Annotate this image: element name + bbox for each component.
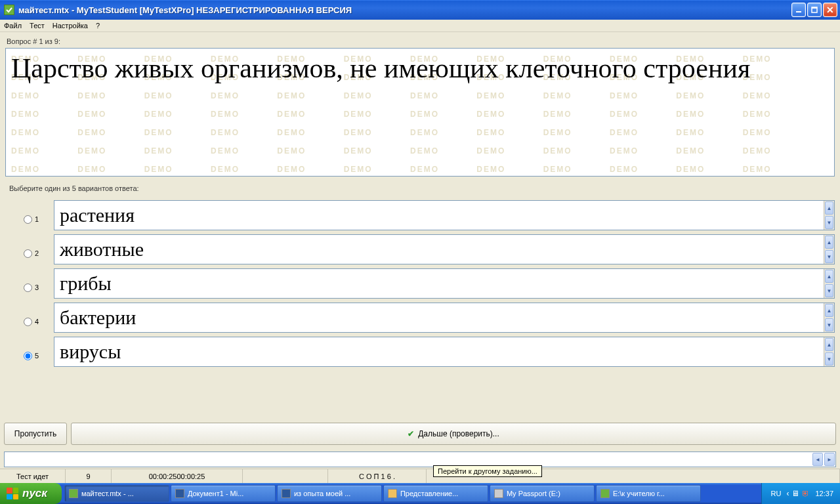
tray-lang[interactable]: RU (771, 490, 782, 497)
taskbar-item-icon (494, 489, 503, 498)
windows-logo-icon (7, 488, 18, 499)
answer-instruction: Выберите один из 5 вариантов ответа: (0, 180, 840, 199)
taskbar-item-label: из опыта моей ... (294, 490, 350, 497)
tray-icons: ‹ 🖥 ⛨ (786, 489, 810, 498)
scroll-up-icon[interactable]: ▲ (825, 236, 833, 249)
start-button[interactable]: пуск (0, 483, 62, 504)
next-button-label: Дальше (проверить)... (418, 429, 499, 438)
scroll-down-icon[interactable]: ▼ (825, 216, 833, 229)
taskbar-item-label: Представление... (400, 490, 458, 497)
answer-field[interactable]: животные ▲ ▼ (54, 234, 835, 264)
answer-text: животные (54, 235, 824, 264)
menu-bar: Файл Тест Настройка ? (0, 20, 840, 32)
start-label: пуск (22, 487, 47, 500)
taskbar-item[interactable]: Документ1 - Mi... (171, 485, 276, 502)
question-box: DEMO DEMO DEMO DEMO DEMO DEMO DEMO DEMO … (5, 48, 835, 177)
nav-row: Пропустить ✔ Дальше (проверить)... (0, 420, 840, 448)
taskbar-item-icon (282, 489, 291, 498)
answer-row: 5 вирусы ▲ ▼ (24, 337, 835, 367)
answer-number: 5 (35, 352, 39, 360)
scroll-down-icon[interactable]: ▼ (825, 352, 833, 366)
taskbar-item[interactable]: E:\к учителю г... (596, 485, 701, 502)
status-time: 00:00:2500:00:25 (112, 469, 243, 483)
scroll-up-icon[interactable]: ▲ (825, 304, 833, 317)
maximize-button[interactable] (807, 3, 822, 17)
answer-row: 1 растения ▲ ▼ (24, 200, 835, 230)
answer-radio[interactable] (24, 215, 32, 224)
answer-row: 2 животные ▲ ▼ (24, 234, 835, 264)
answer-number: 1 (35, 215, 39, 223)
question-text: Царство живых организмов, не имеющих кле… (6, 49, 834, 88)
answer-text: вирусы (54, 337, 824, 366)
menu-help[interactable]: ? (96, 22, 100, 30)
scroll-down-icon[interactable]: ▼ (825, 250, 833, 263)
answer-row: 3 грибы ▲ ▼ (24, 268, 835, 299)
question-counter: Вопрос # 1 из 9: (0, 32, 840, 47)
tray-shield-icon[interactable]: ⛨ (802, 489, 810, 498)
answer-number: 3 (35, 284, 39, 291)
tray-arrow-icon[interactable]: ‹ (786, 489, 789, 498)
answer-text: бактерии (54, 303, 824, 332)
taskbar-item[interactable]: My Passport (E:) (490, 485, 595, 502)
tray-clock[interactable]: 12:37 (815, 490, 833, 497)
scroll-left-icon[interactable]: ◄ (812, 453, 823, 466)
svg-rect-2 (812, 7, 817, 9)
status-letters: С О П 1 6 . (328, 469, 427, 483)
scroll-right-icon[interactable]: ► (824, 453, 835, 466)
menu-file[interactable]: Файл (4, 22, 22, 30)
app-icon (4, 5, 14, 15)
answer-field[interactable]: бактерии ▲ ▼ (54, 303, 835, 333)
menu-test[interactable]: Тест (30, 22, 45, 30)
answer-field[interactable]: грибы ▲ ▼ (54, 268, 835, 299)
taskbar-item[interactable]: из опыта моей ... (277, 485, 382, 502)
status-bar: Тест идет 9 00:00:2500:00:25 С О П 1 6 .… (0, 469, 840, 483)
scroll-down-icon[interactable]: ▼ (825, 318, 833, 331)
tray-monitor-icon[interactable]: 🖥 (791, 489, 799, 498)
taskbar-item-icon (600, 489, 610, 498)
taskbar-item-label: Документ1 - Mi... (188, 490, 243, 497)
answer-radio[interactable] (24, 249, 32, 258)
taskbar-item-icon (388, 489, 397, 498)
status-count: 9 (66, 469, 112, 483)
svg-rect-0 (796, 11, 801, 12)
answer-number: 2 (35, 249, 39, 257)
skip-button-label: Пропустить (14, 429, 56, 438)
taskbar-item[interactable]: майтест.mtx - ... (64, 485, 169, 502)
window-title: майтест.mtx - MyTestStudent [MyTestXPro]… (18, 5, 791, 15)
minimize-button[interactable] (791, 3, 806, 17)
scroll-up-icon[interactable]: ▲ (825, 338, 833, 351)
close-button[interactable]: ✕ (823, 3, 837, 17)
answer-row: 4 бактерии ▲ ▼ (24, 303, 835, 333)
window-titlebar: майтест.mtx - MyTestStudent [MyTestXPro]… (0, 0, 840, 20)
answer-radio[interactable] (24, 284, 32, 292)
taskbar-item-label: My Passport (E:) (507, 490, 560, 497)
taskbar: пуск майтест.mtx - ...Документ1 - Mi...и… (0, 483, 840, 504)
check-icon: ✔ (408, 429, 414, 438)
answer-field[interactable]: растения ▲ ▼ (54, 200, 835, 230)
answer-field[interactable]: вирусы ▲ ▼ (54, 337, 835, 367)
status-empty1 (243, 469, 328, 483)
scroll-up-icon[interactable]: ▲ (825, 201, 833, 215)
taskbar-item-label: E:\к учителю г... (613, 490, 665, 497)
answer-number: 4 (35, 318, 39, 326)
scroll-up-icon[interactable]: ▲ (825, 270, 833, 283)
taskbar-item[interactable]: Представление... (383, 485, 488, 502)
task-tooltip: Перейти к другому заданию... (433, 465, 542, 477)
task-picker[interactable]: ◄ ► (4, 452, 836, 467)
status-running: Тест идет (0, 469, 66, 483)
taskbar-item-icon (175, 489, 184, 498)
next-button[interactable]: ✔ Дальше (проверить)... (71, 423, 836, 445)
system-tray: RU ‹ 🖥 ⛨ 12:37 (761, 483, 840, 504)
skip-button[interactable]: Пропустить (4, 423, 67, 445)
answer-text: растения (54, 201, 824, 230)
taskbar-item-label: майтест.mtx - ... (81, 490, 134, 497)
answer-text: грибы (54, 269, 824, 298)
scroll-down-icon[interactable]: ▼ (825, 284, 833, 297)
menu-settings[interactable]: Настройка (52, 22, 88, 30)
answers-list: 1 растения ▲ ▼ 2 животные ▲ ▼ 3 грибы (0, 199, 840, 372)
answer-radio[interactable] (24, 318, 32, 326)
answer-radio[interactable] (24, 352, 32, 360)
taskbar-item-icon (69, 489, 78, 498)
